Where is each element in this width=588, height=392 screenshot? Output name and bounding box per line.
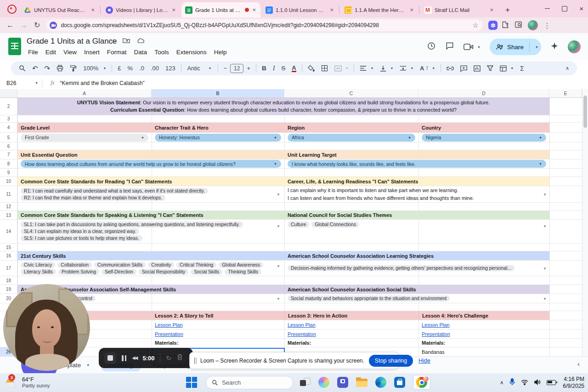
cell-grade-level-header[interactable]: Grade Level bbox=[17, 123, 152, 132]
hide-banner-link[interactable]: Hide bbox=[418, 358, 430, 364]
font-select[interactable]: Antic▼ bbox=[184, 65, 215, 72]
loom-restart-icon[interactable]: ↻ bbox=[166, 355, 171, 361]
taskbar-clock[interactable]: 4:16 PM 6/9/2025 bbox=[563, 376, 584, 390]
wifi-icon[interactable] bbox=[521, 379, 528, 387]
cell-lesson4-header[interactable]: Lesson 4: Hero's Challenge bbox=[418, 311, 549, 320]
cell-unit-target[interactable]: I know what honesty looks like, sounds l… bbox=[284, 159, 549, 168]
browser-tab-drive[interactable]: UNYTUS Out Reach - UN × bbox=[20, 2, 99, 17]
reload-button[interactable]: ↻ bbox=[34, 22, 40, 29]
share-dropdown-icon[interactable]: ▼ bbox=[535, 45, 538, 49]
new-tab-button[interactable]: + bbox=[502, 2, 515, 17]
cell-lesson2-plan[interactable]: Lesson Plan bbox=[152, 320, 284, 329]
sheets-logo-icon[interactable] bbox=[8, 38, 21, 55]
row-header-15[interactable]: 15 bbox=[0, 244, 17, 251]
cell-unit-eq-header[interactable]: Unit Essential Question bbox=[17, 150, 284, 159]
collapse-toolbar-icon[interactable]: ∧ bbox=[562, 66, 572, 71]
lesson-plan-link[interactable]: Lesson Plan bbox=[288, 322, 316, 328]
cell-cllr[interactable]: I can explain why it is important to lis… bbox=[284, 186, 549, 202]
percent-format-icon[interactable]: % bbox=[124, 65, 136, 71]
dropdown-icon[interactable]: ▼ bbox=[277, 296, 280, 301]
text-rotation-icon[interactable]: A⤴ ▼ bbox=[417, 65, 438, 72]
copilot-icon[interactable] bbox=[318, 377, 329, 388]
row-header-14[interactable]: 14 bbox=[0, 220, 17, 243]
row-header-13[interactable]: 13 bbox=[0, 211, 17, 219]
move-folder-icon[interactable] bbox=[123, 37, 130, 45]
cell-asca-ss[interactable]: Social maturity and behaviors appropriat… bbox=[284, 294, 549, 303]
cell-ncss-header[interactable]: National Council for Social Studies Them… bbox=[284, 211, 549, 219]
row-header-17[interactable]: 17 bbox=[0, 261, 17, 276]
insert-chart-icon[interactable] bbox=[470, 65, 484, 72]
horizontal-align-icon[interactable]: ▼ bbox=[356, 65, 377, 71]
battery-icon[interactable] bbox=[547, 380, 556, 385]
microphone-icon[interactable] bbox=[509, 378, 515, 387]
cell-21st-skills-header[interactable]: 21st Century Skills bbox=[17, 251, 284, 260]
column-header-c[interactable]: C bbox=[284, 89, 418, 97]
menu-edit[interactable]: Edit bbox=[42, 48, 59, 57]
italic-icon[interactable]: I bbox=[270, 65, 278, 72]
cell-21st-skills[interactable]: Civic LiteracyCollaborationCommunication… bbox=[17, 261, 284, 276]
tab-close-icon[interactable]: × bbox=[489, 6, 494, 13]
taskbar-search[interactable]: Search bbox=[206, 376, 293, 389]
browser-tab-sheets-active[interactable]: Grade 1 Units at a Gl × bbox=[181, 2, 260, 17]
address-bar[interactable]: docs.google.com/spreadsheets/d/1V1xZEjuo… bbox=[46, 19, 483, 31]
browser-tab-gmail[interactable]: M Stratf LLC Mail × bbox=[421, 2, 498, 17]
cell-trait-hero-header[interactable]: Character Trait & Hero bbox=[152, 123, 284, 132]
dropdown-icon[interactable]: ▼ bbox=[408, 136, 411, 139]
menu-data[interactable]: Data bbox=[131, 48, 151, 57]
weather-widget[interactable]: 3 64°F Partly sunny bbox=[5, 376, 50, 390]
cell-country[interactable]: Nigeria▼ bbox=[418, 133, 549, 142]
teams-icon[interactable] bbox=[337, 377, 348, 388]
chrome-taskbar-active[interactable] bbox=[413, 375, 430, 390]
back-button[interactable]: ← bbox=[6, 22, 14, 29]
cell-lesson3-presentation[interactable]: Presentation bbox=[284, 330, 418, 338]
insert-comment-icon[interactable] bbox=[457, 65, 470, 72]
scrollbar-thumb[interactable] bbox=[583, 96, 587, 128]
dropdown-icon[interactable]: ▼ bbox=[539, 162, 542, 165]
cell-vision-statement[interactable]: UNYTUS Vision Statement: Our vision is t… bbox=[17, 98, 549, 115]
share-button[interactable]: Share ▼ bbox=[490, 39, 541, 55]
tab-close-icon[interactable]: × bbox=[329, 6, 334, 13]
formula-input[interactable]: “Kemmi and the Broken Calabash” bbox=[60, 80, 145, 86]
tab-close-icon[interactable]: × bbox=[251, 6, 257, 13]
window-close-button[interactable]: × bbox=[579, 5, 583, 12]
number-format-icon[interactable]: 123 bbox=[162, 65, 179, 71]
vertical-scrollbar[interactable] bbox=[582, 89, 588, 356]
row-header-5[interactable]: 5 bbox=[0, 133, 17, 142]
print-icon[interactable] bbox=[53, 65, 67, 72]
presentation-link[interactable]: Presentation bbox=[155, 331, 183, 337]
name-box[interactable]: B26 bbox=[0, 80, 33, 86]
edge-icon[interactable] bbox=[375, 377, 386, 388]
row-header-7[interactable]: 7 bbox=[0, 150, 17, 159]
browser-tab-loom[interactable]: Videos | Library | Loom × bbox=[102, 2, 180, 17]
font-size-input[interactable]: 12 bbox=[230, 64, 243, 73]
loom-stop-button[interactable] bbox=[104, 352, 116, 364]
undo-icon[interactable]: ↶ bbox=[29, 65, 41, 72]
row-header-10[interactable]: 10 bbox=[0, 177, 17, 186]
volume-icon[interactable] bbox=[534, 379, 541, 387]
cell-bandanas[interactable]: Bandanas bbox=[418, 347, 549, 356]
cell-asca-ss-header[interactable]: American School Counselor Association So… bbox=[284, 285, 549, 294]
cell-region[interactable]: Africa▼ bbox=[284, 133, 418, 142]
cell-unit-eq[interactable]: How does learning about cultures from ar… bbox=[17, 159, 284, 168]
cell-trait-hero[interactable]: Honesty: Honestus▼ bbox=[152, 133, 284, 142]
vertical-align-icon[interactable]: ▼ bbox=[377, 65, 396, 72]
sheet-tab-menu-icon[interactable]: ▼ bbox=[86, 364, 90, 367]
document-title[interactable]: Grade 1 Units at a Glance bbox=[27, 37, 117, 46]
cell-region-header[interactable]: Region bbox=[284, 123, 418, 132]
currency-format-icon[interactable]: £ bbox=[114, 65, 124, 71]
cell-unit-target-header[interactable]: Unit Learning Target bbox=[284, 150, 549, 159]
row-header-2[interactable]: 2 bbox=[0, 98, 17, 115]
menu-help[interactable]: Help bbox=[211, 48, 230, 57]
decrease-decimals-icon[interactable]: .0 bbox=[136, 65, 147, 71]
gemini-sparkle-icon[interactable] bbox=[550, 42, 559, 52]
text-color-icon[interactable]: A bbox=[292, 65, 296, 72]
account-avatar[interactable] bbox=[568, 40, 581, 53]
webcam-bubble[interactable] bbox=[3, 284, 90, 371]
task-view-icon[interactable] bbox=[300, 377, 311, 388]
stop-sharing-button[interactable]: Stop sharing bbox=[369, 355, 413, 367]
row-header-9[interactable]: 9 bbox=[0, 169, 17, 176]
decrease-font-size-button[interactable]: − bbox=[220, 65, 231, 71]
create-filter-icon[interactable] bbox=[484, 65, 497, 71]
menu-tools[interactable]: Tools bbox=[151, 48, 172, 57]
increase-font-size-button[interactable]: + bbox=[243, 65, 254, 71]
